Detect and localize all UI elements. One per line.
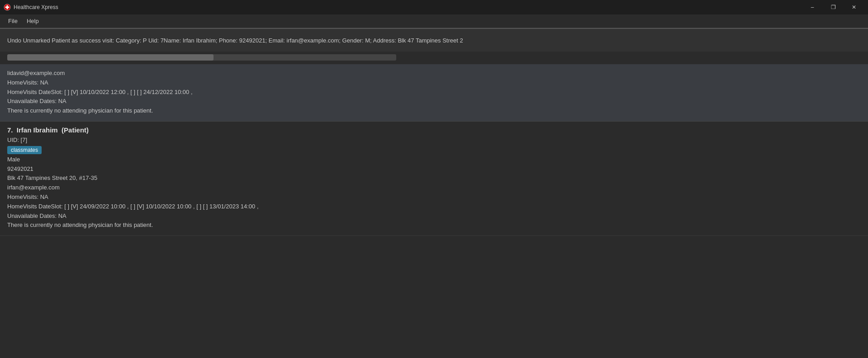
patient-7-card: 7. Irfan Ibrahim (Patient) UID: [7] clas…	[0, 122, 868, 236]
patient-7-name: Irfan Ibrahim	[17, 126, 58, 134]
patient-7-attending-physician: There is currently no attending physicia…	[7, 221, 861, 230]
patient-7-unavailable-dates: Unavailable Dates: NA	[7, 212, 861, 221]
status-text: Undo Unmarked Patient as success visit: …	[7, 37, 463, 44]
title-bar: Healthcare Xpress – ❐ ✕	[0, 0, 868, 14]
prev-home-visits-dateslot: HomeVisits DateSlot: [ ] [V] 10/10/2022 …	[7, 88, 861, 97]
prev-email: lidavid@example.com	[7, 69, 861, 78]
menu-file[interactable]: File	[4, 16, 22, 26]
patient-7-number: 7.	[7, 126, 13, 134]
patient-7-address: Blk 47 Tampines Street 20, #17-35	[7, 174, 861, 183]
patient-7-type: (Patient)	[62, 126, 89, 134]
previous-patient-card: lidavid@example.com HomeVisits: NA HomeV…	[0, 64, 868, 122]
minimize-button[interactable]: –	[802, 0, 823, 14]
content-area[interactable]: lidavid@example.com HomeVisits: NA HomeV…	[0, 64, 868, 358]
patient-7-tag-container: classmates	[7, 145, 861, 155]
svg-rect-2	[5, 7, 9, 8]
progress-area	[0, 52, 868, 64]
title-bar-left: Healthcare Xpress	[4, 4, 58, 11]
prev-attending-physician: There is currently no attending physicia…	[7, 106, 861, 116]
patient-7-phone: 92492021	[7, 165, 861, 174]
progress-bar-inner	[7, 54, 213, 61]
menu-help[interactable]: Help	[22, 16, 43, 26]
patient-7-gender: Male	[7, 155, 861, 165]
prev-home-visits: HomeVisits: NA	[7, 78, 861, 88]
close-button[interactable]: ✕	[844, 0, 864, 14]
menu-bar: File Help	[0, 14, 868, 28]
title-bar-controls: – ❐ ✕	[802, 0, 864, 14]
patient-7-home-visits: HomeVisits: NA	[7, 193, 861, 202]
app-title: Healthcare Xpress	[14, 4, 58, 10]
progress-bar-outer	[7, 54, 396, 61]
patient-7-uid: UID: [7]	[7, 136, 861, 145]
status-bar: Undo Unmarked Patient as success visit: …	[0, 29, 868, 52]
prev-unavailable-dates: Unavailable Dates: NA	[7, 97, 861, 106]
app-icon	[4, 4, 11, 11]
patient-7-title: 7. Irfan Ibrahim (Patient)	[7, 126, 861, 134]
patient-7-home-visits-dateslot: HomeVisits DateSlot: [ ] [V] 24/09/2022 …	[7, 202, 861, 212]
maximize-button[interactable]: ❐	[823, 0, 844, 14]
patient-7-tag-badge: classmates	[7, 146, 42, 154]
patient-7-email: irfan@example.com	[7, 183, 861, 193]
